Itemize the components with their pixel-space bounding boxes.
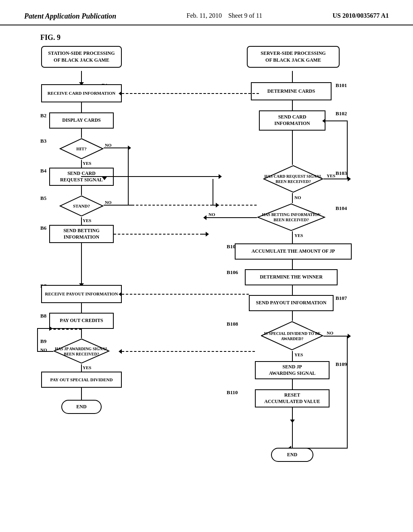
label-yes-stand: YES: [83, 218, 91, 223]
flowchart: STATION-SIDE PROCESSING OF BLACK JACK GA…: [29, 46, 384, 489]
arrow-winner-down: [292, 285, 293, 295]
arrow-stand-no-v: [128, 176, 129, 205]
dashed-jp-left: [49, 329, 81, 330]
label-no-special: NO: [327, 330, 334, 335]
label-B104: B104: [336, 205, 347, 212]
arrow-display-hit: [81, 129, 82, 139]
label-no-stand: NO: [105, 200, 112, 205]
send-card-info-box: SEND CARD INFORMATION: [259, 110, 325, 131]
header-date-sheet: Feb. 11, 2010 Sheet 9 of 11: [187, 12, 263, 19]
label-B102: B102: [336, 110, 347, 117]
label-B6: B6: [40, 225, 46, 231]
arrow-betting-server: [202, 234, 206, 235]
dashed-rcv-to-snd: [122, 93, 259, 94]
arrow-no-jp-left: [37, 351, 53, 352]
hit-diamond: HIT?: [59, 138, 104, 160]
label-B3: B3: [40, 138, 46, 144]
arrow-send-request-right: [114, 176, 219, 177]
arrow-payout-left: [122, 294, 123, 295]
label-B5: B5: [40, 195, 46, 202]
display-cards-box: DISPLAY CARDS: [49, 112, 114, 129]
arrow-hit-no-down: [81, 176, 128, 177]
arrow-no-special-join: [292, 420, 293, 448]
label-yes-special: YES: [294, 352, 303, 357]
arrow-no-jp-up: [37, 328, 38, 351]
send-betting-box: SEND BETTING INFORMATION: [49, 225, 114, 243]
arrow-stand-no: [104, 205, 132, 206]
stand-diamond: STAND?: [59, 195, 104, 217]
dashed-jp-awarding: [122, 351, 255, 352]
arrow-stand-yes: [81, 217, 82, 225]
label-B4: B4: [40, 168, 46, 174]
label-yes-card-req: YES: [327, 173, 335, 178]
patent-number: US 2010/0035677 A1: [332, 12, 389, 19]
arrow-payout-down: [292, 311, 293, 321]
label-B106: B106: [227, 269, 238, 276]
has-betting-diamond: HAS BETTING INFORMATION BEEN RECEIVED?: [257, 203, 325, 231]
arrow-special-no: [323, 336, 348, 337]
arrow-station-start: [81, 71, 82, 82]
arrow-yes-card-req-up: [347, 121, 348, 179]
end-left-box: END: [61, 400, 102, 414]
dashed-betting-right: [114, 234, 202, 235]
label-B8: B8: [40, 313, 46, 319]
label-yes-hit: YES: [83, 161, 91, 166]
label-B108: B108: [227, 321, 238, 327]
arrow-jp-awarding-left: [122, 351, 123, 352]
arrow-special-end: [81, 388, 82, 400]
arrow-b4-b5: [81, 186, 82, 196]
arrow-yes-card-up-left: [325, 121, 347, 121]
label-no-card-req: NO: [294, 195, 301, 200]
arrow-betting-yes: [292, 231, 293, 243]
send-payout-box: SEND PAYOUT INFORMATION: [249, 295, 334, 311]
label-yes-betting: YES: [294, 233, 303, 238]
label-no-hit: NO: [105, 143, 112, 148]
arrow-no-jp-right: [37, 328, 49, 329]
reset-accumulated-box: RESET ACCUMULATED VALUE: [255, 389, 330, 407]
label-B110: B110: [227, 389, 238, 396]
label-B101: B101: [336, 82, 347, 89]
has-jp-diamond: HAS JP AWARDING SIGNAL BEEN RECEIVED?: [53, 338, 110, 364]
arrow-b6-b7: [81, 243, 82, 283]
dashed-payout: [122, 294, 249, 295]
pay-out-credits-box: PAY OUT CREDITS: [49, 313, 114, 329]
label-yes-jp: YES: [83, 365, 91, 370]
arrow-hit-yes: [81, 160, 82, 168]
special-dividend-diamond: IS SPECIAL DIVIDEND TO BE AWARDED?: [261, 321, 323, 351]
label-B2: B2: [40, 112, 46, 119]
arrow-accumulate-down: [292, 260, 293, 270]
receive-card-info-box: RECEIVE CARD INFORMATION: [41, 84, 122, 102]
page-header: Patent Application Publication Feb. 11, …: [0, 0, 413, 25]
dashed-stand-no: [132, 205, 213, 206]
arrow-after-receive: [81, 102, 82, 112]
arrow-b5-server: [213, 179, 213, 205]
arrow-server-start: [292, 71, 293, 82]
label-B9: B9: [40, 338, 46, 345]
pay-special-box: PAY OUT SPECIAL DIVIDEND: [41, 372, 122, 388]
fig-label: FIG. 9: [40, 33, 397, 42]
label-B107: B107: [336, 295, 347, 301]
arrow-special-no-down: [347, 336, 348, 449]
send-jp-awarding-box: SEND JP AWARDING SIGNAL: [255, 361, 330, 379]
arrow-betting-no: [206, 217, 257, 218]
arrow-card-req-yes: [323, 179, 348, 179]
label-no-betting: NO: [209, 212, 215, 217]
station-header: STATION-SIDE PROCESSING OF BLACK JACK GA…: [41, 46, 122, 68]
arrow-jp-yes: [81, 364, 82, 372]
server-header: SERVER-SIDE PROCESSING OF BLACK JACK GAM…: [247, 46, 340, 68]
has-card-request-diamond: HAS CARD REQUEST SIGNAL BEEN RECEIVED?: [263, 165, 323, 193]
determine-winner-box: DETERMINE THE WINNER: [245, 269, 338, 285]
diagram-area: FIG. 9 STATION-SIDE PROCESSING OF BLACK …: [0, 25, 413, 497]
arrow-jp-awarding-down: [292, 379, 293, 389]
arrow-reset-down: [292, 407, 293, 420]
determine-cards-box: DETERMINE CARDS: [251, 82, 332, 100]
label-B109: B109: [336, 361, 347, 368]
accumulate-box: ACCUMULATE THE AMOUNT OF JP: [235, 243, 352, 260]
arrow-hit-no: [104, 148, 128, 148]
end-right-box: END: [271, 448, 313, 462]
arrow-hit-no-right: [128, 148, 129, 176]
arrow-b8-b9: [81, 329, 82, 339]
receive-payout-box: RECEIVE PAYOUT INFORMATION: [41, 285, 122, 303]
arrow-b7-b8: [81, 303, 82, 313]
label-B103: B103: [336, 170, 347, 177]
